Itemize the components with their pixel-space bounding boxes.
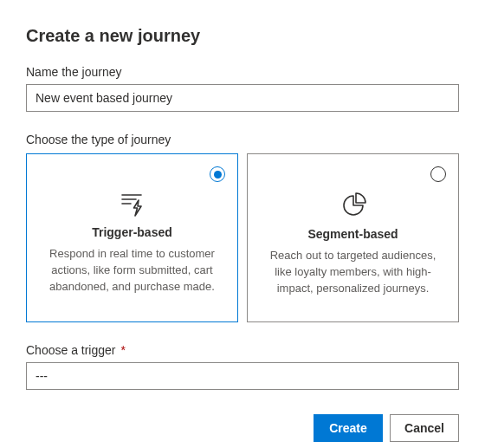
page-title: Create a new journey bbox=[26, 26, 459, 46]
name-label: Name the journey bbox=[26, 65, 459, 79]
card-title: Trigger-based bbox=[41, 225, 223, 239]
segment-icon bbox=[262, 192, 444, 218]
type-label: Choose the type of journey bbox=[26, 133, 459, 146]
journey-type-options: Trigger-based Respond in real time to cu… bbox=[26, 153, 459, 322]
trigger-label: Choose a trigger * bbox=[26, 343, 459, 357]
journey-type-segment-based[interactable]: Segment-based Reach out to targeted audi… bbox=[247, 153, 459, 322]
cancel-button[interactable]: Cancel bbox=[390, 414, 459, 442]
radio-unselected-icon bbox=[430, 166, 446, 182]
card-description: Respond in real time to customer actions… bbox=[41, 246, 223, 295]
journey-name-input[interactable] bbox=[26, 84, 459, 112]
journey-type-trigger-based[interactable]: Trigger-based Respond in real time to cu… bbox=[26, 153, 238, 322]
trigger-input[interactable] bbox=[26, 362, 459, 390]
trigger-icon bbox=[41, 192, 223, 217]
radio-selected-icon bbox=[210, 166, 225, 182]
dialog-buttons: Create Cancel bbox=[26, 414, 459, 442]
required-asterisk-icon: * bbox=[120, 343, 125, 357]
svg-marker-3 bbox=[133, 200, 141, 216]
card-title: Segment-based bbox=[262, 227, 444, 241]
create-button[interactable]: Create bbox=[314, 414, 383, 442]
card-description: Reach out to targeted audiences, like lo… bbox=[262, 248, 444, 297]
